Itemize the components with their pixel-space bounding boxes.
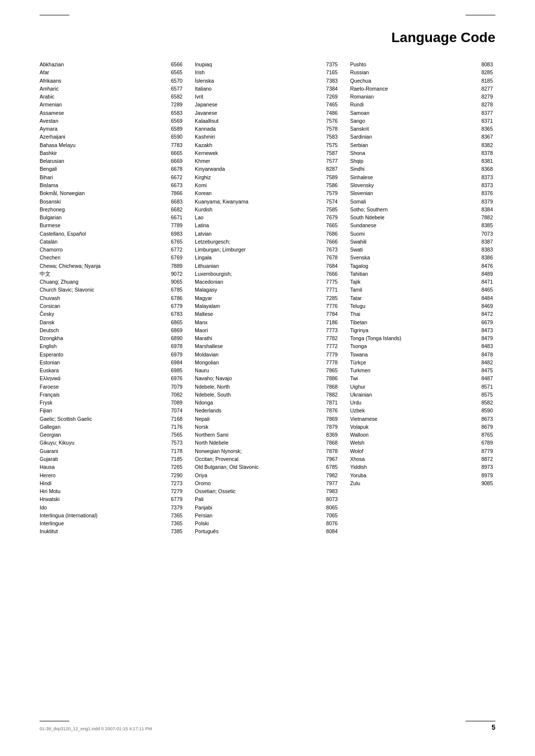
list-item: Macedonian7775	[195, 278, 345, 286]
language-name: Guarani	[40, 447, 165, 455]
list-item: Inuktitut7385	[40, 527, 190, 535]
language-code: 7983	[321, 487, 338, 495]
language-name: Nederlands	[195, 406, 320, 414]
list-item: Hrwatski6779	[40, 495, 190, 503]
language-name: Latina	[195, 221, 320, 229]
list-item: Íslenska7383	[195, 77, 345, 85]
list-item: Swahili8387	[350, 238, 500, 246]
list-item: Turkmen8475	[350, 366, 500, 374]
column-3: Pushto8083Russian8285Quechua8185Raeto-Ro…	[350, 60, 505, 487]
column-1: Abkhazian6566Afar6565Afrikaans6570Amhari…	[40, 60, 195, 536]
language-code: 8076	[321, 519, 338, 527]
language-name: Íslenska	[195, 77, 320, 85]
language-code: 7576	[321, 117, 338, 125]
list-item: Bashkir6665	[40, 149, 190, 157]
list-item: Amharic6577	[40, 85, 190, 93]
list-item: Gallegan7176	[40, 423, 190, 431]
language-code: 6570	[165, 77, 182, 85]
language-code: 8371	[476, 117, 493, 125]
language-code: 6783	[165, 310, 182, 318]
language-name: Marshallese	[195, 342, 320, 350]
language-code: 6983	[165, 230, 182, 238]
language-code: 8475	[476, 366, 493, 374]
language-name: Svenska	[350, 253, 476, 261]
language-code: 8679	[476, 423, 493, 431]
list-item: Italiano7384	[195, 85, 345, 93]
list-item: Belarusian6669	[40, 157, 190, 165]
language-code: 6769	[165, 253, 182, 261]
list-item: Sardinian8367	[350, 133, 500, 141]
list-item: Corsican6779	[40, 302, 190, 310]
language-name: Hrwatski	[40, 495, 165, 503]
language-name: Norwegian Nynorsk;	[195, 447, 320, 455]
list-item: Catalán6765	[40, 238, 190, 246]
language-name: Interlingua (International)	[40, 511, 165, 519]
language-code: 6789	[476, 439, 493, 447]
list-item: Manx7186	[195, 318, 345, 326]
language-name: Mongolian	[195, 358, 320, 366]
list-item: Türkçe8482	[350, 358, 500, 366]
language-name: Wolof	[350, 447, 476, 455]
list-item: Georgian7565	[40, 431, 190, 439]
language-code: 7379	[165, 504, 182, 511]
list-item: Walloon8765	[350, 431, 500, 439]
language-code: 7583	[321, 133, 338, 141]
language-code: 6582	[165, 93, 182, 101]
language-name: Vietnamese	[350, 415, 476, 423]
language-name: Urdu	[350, 399, 476, 406]
language-code: 8765	[476, 431, 493, 439]
list-item: Faroese7079	[40, 383, 190, 391]
language-code: 7486	[321, 109, 338, 117]
language-name: Brezhoneg	[40, 205, 165, 213]
list-item: Kazakh7575	[195, 141, 345, 149]
language-code: 7065	[321, 511, 338, 519]
language-name: Quechua	[350, 77, 476, 85]
list-item: Ido7379	[40, 504, 190, 511]
language-name: Italiano	[195, 85, 320, 93]
language-name: Chuvash	[40, 294, 165, 302]
language-name: Javanese	[195, 109, 320, 117]
language-name: Somali	[350, 198, 476, 205]
list-item: Oromo7977	[195, 479, 345, 487]
language-name: Slovenian	[350, 189, 476, 197]
language-code: 8368	[476, 165, 493, 173]
language-code: 6785	[321, 463, 338, 471]
language-name: Volapuk	[350, 423, 476, 431]
language-code: 8277	[476, 85, 493, 93]
language-code: 8469	[476, 302, 493, 310]
language-name: Burmese	[40, 221, 165, 229]
list-item: Svenska8386	[350, 253, 500, 261]
language-name: Swati	[350, 246, 476, 253]
language-name: Lingala	[195, 253, 320, 261]
language-code: 8465	[476, 286, 493, 294]
list-item: Kuanyama; Kwanyama7574	[195, 198, 345, 205]
language-code: 8489	[476, 270, 493, 278]
language-name: Luxembourgish;	[195, 270, 320, 278]
language-code: 7779	[321, 351, 338, 358]
language-name: Bahasa Melayu	[40, 141, 165, 149]
language-code: 8476	[476, 262, 493, 270]
list-item: Letzeburgesch;7666	[195, 238, 345, 246]
language-name: Chamorro	[40, 246, 165, 253]
language-code: 6583	[165, 109, 182, 117]
language-code: 6869	[165, 326, 182, 334]
language-code: 7587	[321, 149, 338, 157]
list-item: Tahitian8489	[350, 270, 500, 278]
list-item: Maori7773	[195, 326, 345, 334]
language-name: Komi	[195, 181, 320, 189]
language-name: Frysk	[40, 399, 165, 406]
language-code: 7868	[321, 439, 338, 447]
list-item: Sotho; Southern8384	[350, 205, 500, 213]
language-name: Kirghiz	[195, 173, 320, 181]
list-item: Wolof8779	[350, 447, 500, 455]
language-name: Serbian	[350, 141, 476, 149]
list-item: Korean7579	[195, 189, 345, 197]
language-name: Chechen	[40, 253, 165, 261]
language-name: Yiddish	[350, 463, 476, 471]
language-code: 8382	[476, 141, 493, 149]
list-item: Assamese6583	[40, 109, 190, 117]
language-name: Dansk	[40, 318, 165, 326]
list-item: Occitan; Provencal7967	[195, 455, 345, 463]
language-code: 8387	[476, 238, 493, 246]
list-item: Bislama6673	[40, 181, 190, 189]
